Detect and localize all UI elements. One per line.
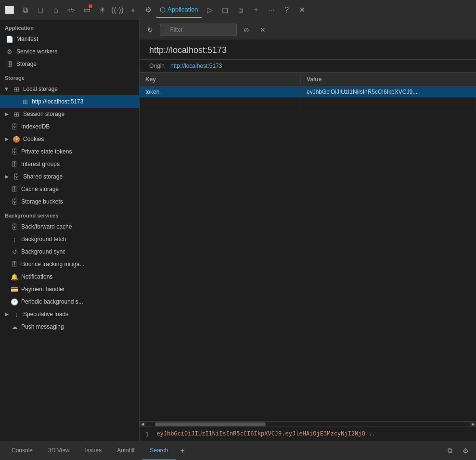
add-tab-button[interactable]: + xyxy=(176,444,189,458)
sidebar-item-storage-buckets[interactable]: 🗄 Storage buckets xyxy=(0,195,139,208)
sidebar-item-storage-app[interactable]: 🗄 Storage xyxy=(0,58,139,70)
clear-filter-button[interactable]: ⊘ xyxy=(240,23,253,37)
service-workers-label: Service workers xyxy=(16,48,57,55)
application-section-label: Application xyxy=(0,20,139,33)
sidebar-item-shared-storage[interactable]: ▶ 🗄 Shared storage xyxy=(0,170,139,183)
shared-storage-icon: 🗄 xyxy=(13,173,20,180)
decoded-value: eyJhbGciOiJIUzI1NiIsInR5cCI6IkpXVCJ9.eyJ… xyxy=(156,430,375,437)
local-storage-origin-label: http://localhost:5173 xyxy=(32,98,83,105)
sidebar-item-manifest[interactable]: 📄 Manifest xyxy=(0,33,139,45)
top-toolbar: ⬜ ⧉ □ ⌂ </> ▭ ✳ ((·)) ⎈ ⚙ ⬡ Application … xyxy=(0,0,476,20)
push-messaging-icon: ☁ xyxy=(11,323,18,331)
sidebar-item-session-storage[interactable]: ▶ ⊞ Session storage xyxy=(0,108,139,120)
notifications-label: Notifications xyxy=(21,273,52,280)
panel-url: http://localhost:5173 xyxy=(140,39,476,60)
shared-storage-chevron: ▶ xyxy=(4,174,10,179)
cache-storage-icon: 🗄 xyxy=(11,185,18,193)
private-state-tokens-label: Private state tokens xyxy=(21,148,72,155)
periodic-background-label: Periodic background s... xyxy=(21,298,83,305)
table-cell-key: token xyxy=(140,87,301,97)
sidebar-item-service-workers[interactable]: ⚙ Service workers xyxy=(0,45,139,58)
code-icon[interactable]: </> xyxy=(64,2,79,18)
storage-app-icon: 🗄 xyxy=(6,60,13,68)
bottom-settings-icon[interactable]: ⚙ xyxy=(459,444,472,458)
background-fetch-icon: ↕ xyxy=(11,235,18,243)
panel-main: http://localhost:5173 Origin http://loca… xyxy=(140,39,476,441)
shared-storage-label: Shared storage xyxy=(23,173,63,180)
cookies-chevron: ▶ xyxy=(4,136,10,142)
table-row[interactable]: token eyJhbGciOiJIUzI1NiIsInR5cCI6IkpXVC… xyxy=(140,87,476,98)
background-sync-icon: ↺ xyxy=(11,248,18,256)
panel-content: http://localhost:5173 Origin http://loca… xyxy=(140,39,476,441)
dock-bottom-icon[interactable]: ⧉ xyxy=(443,444,457,458)
line-number: 1 xyxy=(145,430,149,438)
close-filter-button[interactable]: ✕ xyxy=(256,23,270,37)
sidebar-item-back-forward-cache[interactable]: 🗄 Back/forward cache xyxy=(0,220,139,233)
data-table: Key Value token eyJhbGciOiJIUzI1NiIsInR5… xyxy=(140,73,476,98)
refresh-button[interactable]: ↻ xyxy=(143,23,157,37)
tab-search[interactable]: Search xyxy=(142,441,176,460)
empty-key-cell xyxy=(140,98,301,109)
manifest-label: Manifest xyxy=(16,36,38,42)
sidebar-item-push-messaging[interactable]: ☁ Push messaging xyxy=(0,320,139,333)
sidebar-item-bounce-tracking[interactable]: 🗄 Bounce tracking mitiga... xyxy=(0,258,139,270)
bug-icon[interactable]: ✳ xyxy=(94,2,110,18)
tab-3d-view[interactable]: 3D View xyxy=(40,441,77,460)
main-content: Application 📄 Manifest ⚙ Service workers… xyxy=(0,20,476,441)
origin-label: Origin xyxy=(149,63,165,69)
background-sync-label: Background sync xyxy=(21,248,65,255)
sidebar-item-private-state-tokens[interactable]: 🗄 Private state tokens xyxy=(0,145,139,158)
sidebar-item-local-storage-origin[interactable]: ⊞ http://localhost:5173 xyxy=(0,95,139,108)
wifi-icon[interactable]: ((·)) xyxy=(110,2,125,18)
sidebar-item-notifications[interactable]: 🔔 Notifications xyxy=(0,270,139,283)
interest-groups-icon: 🗄 xyxy=(11,160,18,168)
sidebar-item-background-fetch[interactable]: ↕ Background fetch xyxy=(0,233,139,245)
sidebar-item-speculative-loads[interactable]: ▶ ↕ Speculative loads xyxy=(0,308,139,320)
session-storage-label: Session storage xyxy=(23,111,64,117)
payment-handler-icon: 💳 xyxy=(11,285,18,293)
bottom-tab-actions: ⧉ ⚙ xyxy=(443,444,472,458)
sidebar-item-periodic-background[interactable]: 🕐 Periodic background s... xyxy=(0,295,139,308)
background-fetch-label: Background fetch xyxy=(21,236,66,243)
more-options-icon[interactable]: ··· xyxy=(264,2,279,18)
home-icon[interactable]: ⌂ xyxy=(48,2,64,18)
application-icon[interactable]: ⬡ Application xyxy=(156,2,202,18)
session-storage-chevron: ▶ xyxy=(4,111,10,117)
scroll-track[interactable] xyxy=(145,422,470,426)
sidebar-item-local-storage[interactable]: ▶ ⊞ Local storage xyxy=(0,83,139,95)
add-panel-icon[interactable]: ＋ xyxy=(248,2,264,18)
sidebar-item-indexeddb[interactable]: 🗄 IndexedDB xyxy=(0,120,139,133)
filter-input[interactable] xyxy=(170,26,228,33)
storage-app-label: Storage xyxy=(16,61,37,67)
local-storage-chevron: ▶ xyxy=(4,86,10,92)
square-icon[interactable]: ⬜ xyxy=(2,2,17,18)
scroll-thumb[interactable] xyxy=(155,422,266,426)
help-icon[interactable]: ? xyxy=(279,2,295,18)
sidebar-item-background-sync[interactable]: ↺ Background sync xyxy=(0,245,139,258)
lock-icon[interactable]: □ xyxy=(33,2,48,18)
speculative-loads-chevron: ▶ xyxy=(4,311,10,317)
record-icon[interactable]: ▷ xyxy=(202,2,218,18)
sidebar-item-cookies[interactable]: ▶ 🍪 Cookies xyxy=(0,133,139,145)
screen-icon[interactable]: ▭ xyxy=(79,2,94,18)
sidebar-item-cache-storage[interactable]: 🗄 Cache storage xyxy=(0,183,139,195)
gear-icon[interactable]: ⚙ xyxy=(141,2,156,18)
tab-issues[interactable]: Issues xyxy=(77,441,110,460)
close-devtools-icon[interactable]: ✕ xyxy=(295,2,310,18)
cookies-label: Cookies xyxy=(23,136,44,142)
horizontal-scrollbar[interactable]: ◀ ▶ xyxy=(140,421,476,427)
filter-input-container[interactable]: ≡ xyxy=(160,24,237,36)
scroll-left-arrow[interactable]: ◀ xyxy=(140,422,145,427)
scroll-right-arrow[interactable]: ▶ xyxy=(470,422,476,427)
cube-icon[interactable]: ◻ xyxy=(218,2,233,18)
sidebar-item-payment-handler[interactable]: 💳 Payment handler xyxy=(0,283,139,295)
tab-autofill[interactable]: Autofill xyxy=(109,441,142,460)
storage-buckets-icon: 🗄 xyxy=(11,198,18,205)
sidebar-item-interest-groups[interactable]: 🗄 Interest groups xyxy=(0,158,139,170)
tab-console[interactable]: Console xyxy=(4,441,40,460)
multi-square-icon[interactable]: ⧉ xyxy=(17,2,33,18)
layers-icon[interactable]: ⧈ xyxy=(233,2,248,18)
speculative-loads-label: Speculative loads xyxy=(23,311,68,318)
empty-val-cell xyxy=(301,98,476,109)
performance-icon[interactable]: ⎈ xyxy=(125,2,141,18)
